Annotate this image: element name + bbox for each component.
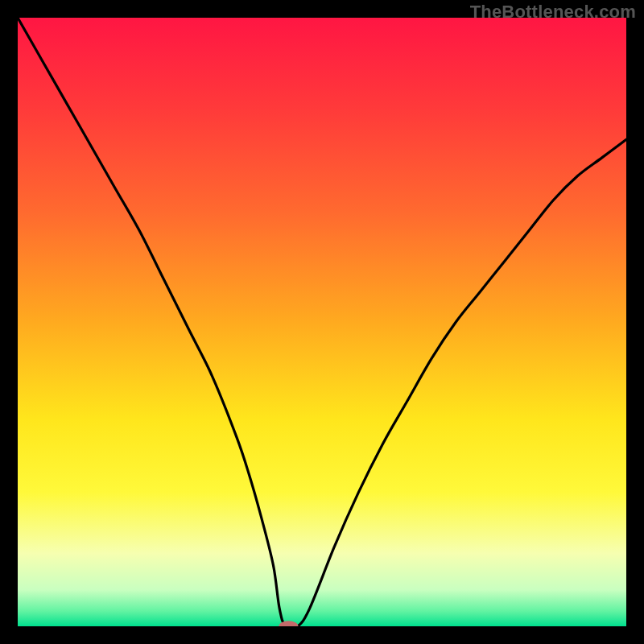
- plot-area: [18, 18, 626, 626]
- watermark-text: TheBottleneck.com: [470, 2, 636, 23]
- gradient-background: [18, 18, 626, 626]
- chart-svg: [18, 18, 626, 626]
- chart-frame: TheBottleneck.com: [0, 0, 644, 644]
